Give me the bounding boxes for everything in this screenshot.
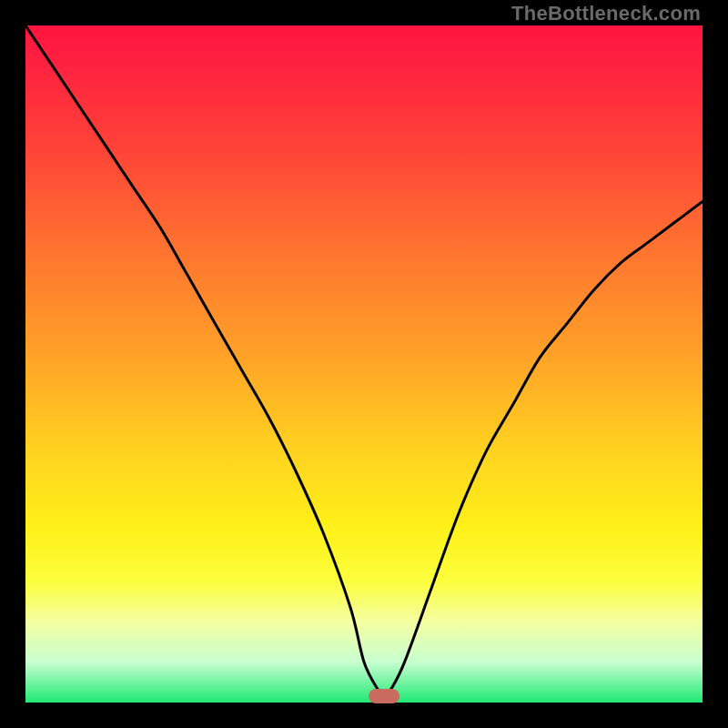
chart-frame: TheBottleneck.com bbox=[0, 0, 728, 728]
bottleneck-curve bbox=[25, 25, 703, 703]
watermark-text: TheBottleneck.com bbox=[511, 2, 701, 25]
bottleneck-marker bbox=[369, 689, 399, 703]
plot-area bbox=[25, 25, 703, 703]
